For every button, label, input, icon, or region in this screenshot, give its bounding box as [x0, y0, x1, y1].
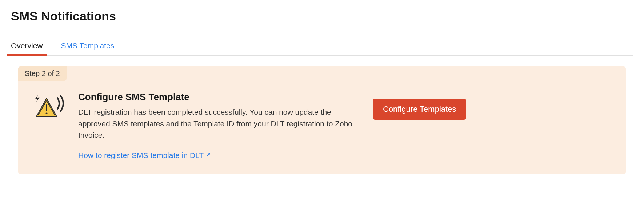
tabs-container: Overview SMS Templates [11, 41, 633, 56]
panel-title: Configure SMS Template [78, 91, 362, 103]
panel-content: Configure SMS Template DLT registration … [78, 91, 362, 160]
configure-templates-button[interactable]: Configure Templates [373, 99, 466, 120]
panel-action: Configure Templates [373, 91, 524, 120]
tab-sms-templates[interactable]: SMS Templates [61, 41, 115, 55]
external-link-icon: ↗ [206, 151, 211, 158]
panel-description: DLT registration has been completed succ… [78, 106, 362, 141]
warning-broadcast-icon [33, 93, 67, 122]
panel-body: Configure SMS Template DLT registration … [18, 81, 626, 160]
step-badge: Step 2 of 2 [18, 66, 67, 81]
page-title: SMS Notifications [11, 9, 633, 23]
step-panel: Step 2 of 2 Configure SMS Template DLT r… [18, 66, 626, 174]
svg-point-1 [46, 113, 48, 114]
help-link-text: How to register SMS template in DLT [78, 151, 204, 160]
tab-overview[interactable]: Overview [11, 41, 43, 55]
panel-icon-container [33, 91, 67, 124]
help-link[interactable]: How to register SMS template in DLT ↗ [78, 151, 211, 160]
